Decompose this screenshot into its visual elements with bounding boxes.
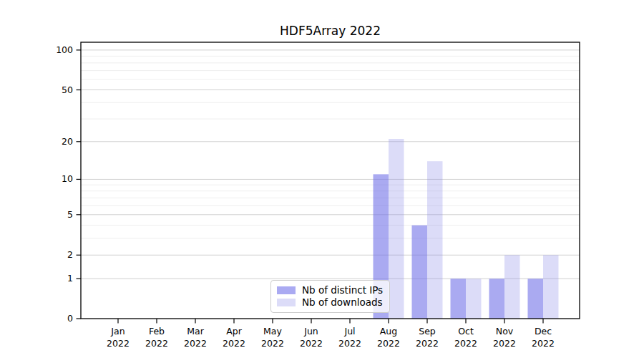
bar-downloads bbox=[466, 279, 482, 319]
y-tick-label: 2 bbox=[21, 250, 73, 260]
y-tick-label: 50 bbox=[21, 85, 73, 95]
bar-downloads bbox=[389, 139, 404, 319]
x-tick-label: Mar2022 bbox=[176, 326, 215, 349]
x-tick-label: Oct2022 bbox=[447, 326, 485, 349]
x-tick-label: May2022 bbox=[253, 326, 292, 349]
chart-figure: HDF5Array 2022 Nb of distinct IPs Nb of … bbox=[0, 0, 644, 358]
bar-distinct-ips bbox=[489, 279, 505, 319]
x-tick-label: Nov2022 bbox=[485, 326, 524, 349]
legend: Nb of distinct IPs Nb of downloads bbox=[270, 280, 390, 313]
legend-item-distinct-ips: Nb of distinct IPs bbox=[277, 286, 384, 296]
x-tick-label: Jan2022 bbox=[99, 326, 137, 349]
x-tick-label: Jul2022 bbox=[331, 326, 369, 349]
bar-distinct-ips bbox=[412, 226, 428, 319]
bar-distinct-ips bbox=[528, 279, 544, 319]
y-tick-label: 0 bbox=[21, 314, 73, 324]
legend-swatch-distinct-ips bbox=[277, 286, 296, 294]
legend-swatch-downloads bbox=[277, 299, 296, 306]
x-tick-label: Jun2022 bbox=[292, 326, 331, 349]
y-tick-label: 5 bbox=[21, 210, 73, 220]
legend-item-downloads: Nb of downloads bbox=[277, 298, 384, 308]
y-tick-label: 1 bbox=[21, 274, 73, 284]
x-tick-label: Sep2022 bbox=[408, 326, 447, 349]
x-tick-label: Feb2022 bbox=[137, 326, 176, 349]
x-tick-label: Apr2022 bbox=[215, 326, 253, 349]
bar-downloads bbox=[543, 255, 559, 319]
x-tick-label: Dec2022 bbox=[524, 326, 562, 349]
legend-label-downloads: Nb of downloads bbox=[302, 298, 383, 308]
x-tick-label: Aug2022 bbox=[369, 326, 408, 349]
y-tick-label: 20 bbox=[21, 137, 73, 147]
y-tick-label: 100 bbox=[21, 45, 73, 55]
bar-distinct-ips bbox=[451, 279, 467, 319]
y-tick-label: 10 bbox=[21, 174, 73, 184]
bar-downloads bbox=[427, 161, 443, 319]
legend-label-distinct-ips: Nb of distinct IPs bbox=[302, 286, 383, 296]
bar-downloads bbox=[504, 255, 520, 319]
chart-title: HDF5Array 2022 bbox=[81, 24, 580, 38]
